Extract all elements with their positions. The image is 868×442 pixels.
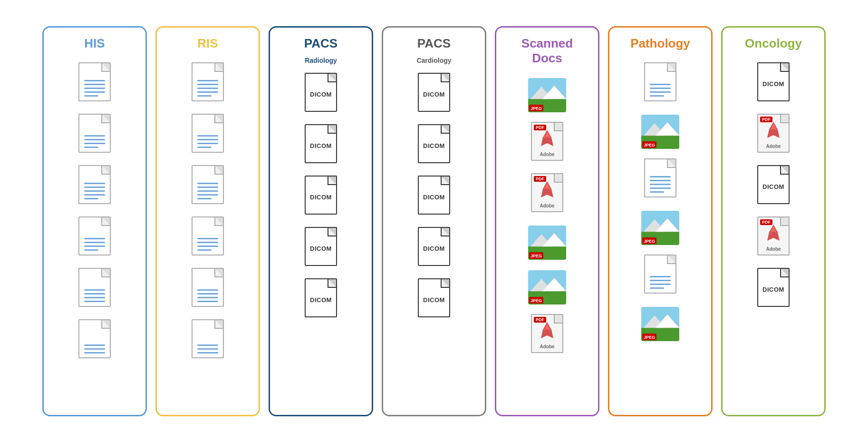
svg-text:JPEG: JPEG bbox=[644, 335, 655, 340]
dicom-icon: DICOM bbox=[754, 268, 792, 311]
pdf-icon: PDF Adobe bbox=[528, 173, 566, 216]
text-doc-icon bbox=[76, 268, 114, 311]
column-title-pacs_cardiology: PACS bbox=[417, 36, 451, 51]
column-title-his: HIS bbox=[84, 36, 105, 51]
text-doc-icon bbox=[189, 319, 227, 362]
text-doc-icon bbox=[641, 255, 679, 297]
main-container: HISRISPACSRadiologyDICOMDICOMDICOMDICOMD… bbox=[0, 12, 868, 431]
jpeg-icon: JPEG bbox=[641, 307, 679, 341]
text-doc-icon bbox=[641, 62, 679, 105]
column-scanned_docs: ScannedDocs JPEG PDF AdobePDF Adobe bbox=[495, 26, 599, 416]
text-doc-icon bbox=[189, 165, 227, 208]
column-title-pacs_radiology: PACS bbox=[304, 36, 338, 51]
text-doc-icon bbox=[76, 114, 114, 157]
jpeg-icon: JPEG bbox=[528, 78, 566, 112]
jpeg-icon: JPEG bbox=[641, 115, 679, 149]
dicom-icon: DICOM bbox=[415, 124, 453, 167]
pdf-icon: PDF Adobe bbox=[754, 114, 792, 157]
text-doc-icon bbox=[76, 62, 114, 105]
pdf-icon: PDF Adobe bbox=[528, 314, 566, 357]
column-pacs_radiology: PACSRadiologyDICOMDICOMDICOMDICOMDICOM bbox=[269, 26, 373, 416]
pdf-icon: PDF Adobe bbox=[528, 122, 566, 165]
dicom-icon: DICOM bbox=[415, 278, 453, 321]
dicom-icon: DICOM bbox=[415, 73, 453, 116]
text-doc-icon bbox=[76, 165, 114, 208]
column-pathology: Pathology JPEG JPEG bbox=[608, 26, 713, 416]
column-title-ris: RIS bbox=[197, 36, 218, 51]
svg-text:JPEG: JPEG bbox=[644, 239, 655, 244]
svg-text:JPEG: JPEG bbox=[530, 298, 542, 303]
column-title-pathology: Pathology bbox=[630, 36, 690, 51]
dicom-icon: DICOM bbox=[415, 227, 453, 270]
svg-text:JPEG: JPEG bbox=[644, 143, 655, 147]
text-doc-icon bbox=[189, 114, 227, 157]
text-doc-icon bbox=[641, 158, 679, 201]
dicom-icon: DICOM bbox=[754, 165, 792, 208]
column-ris: RIS bbox=[155, 26, 260, 416]
svg-text:JPEG: JPEG bbox=[530, 254, 542, 258]
dicom-icon: DICOM bbox=[302, 278, 340, 321]
dicom-icon: DICOM bbox=[302, 124, 340, 167]
jpeg-icon: JPEG bbox=[528, 226, 566, 260]
column-subtitle-pacs_radiology: Radiology bbox=[305, 57, 337, 64]
jpeg-icon: JPEG bbox=[528, 270, 566, 304]
dicom-icon: DICOM bbox=[302, 227, 340, 270]
text-doc-icon bbox=[189, 268, 227, 311]
column-oncology: OncologyDICOMPDF AdobeDICOMPDF AdobeDICO… bbox=[721, 26, 826, 416]
jpeg-icon: JPEG bbox=[641, 211, 679, 245]
text-doc-icon bbox=[76, 216, 114, 259]
text-doc-icon bbox=[189, 62, 227, 105]
svg-text:JPEG: JPEG bbox=[530, 106, 542, 111]
column-subtitle-pacs_cardiology: Cardiology bbox=[416, 57, 451, 64]
column-title-oncology: Oncology bbox=[745, 36, 802, 51]
column-his: HIS bbox=[42, 26, 147, 416]
dicom-icon: DICOM bbox=[302, 176, 340, 218]
text-doc-icon bbox=[189, 216, 227, 259]
dicom-icon: DICOM bbox=[754, 62, 792, 105]
dicom-icon: DICOM bbox=[302, 73, 340, 116]
column-pacs_cardiology: PACSCardiologyDICOMDICOMDICOMDICOMDICOM bbox=[382, 26, 486, 416]
column-title-scanned_docs: ScannedDocs bbox=[521, 36, 573, 66]
pdf-icon: PDF Adobe bbox=[754, 216, 792, 259]
dicom-icon: DICOM bbox=[415, 176, 453, 218]
text-doc-icon bbox=[76, 319, 114, 362]
